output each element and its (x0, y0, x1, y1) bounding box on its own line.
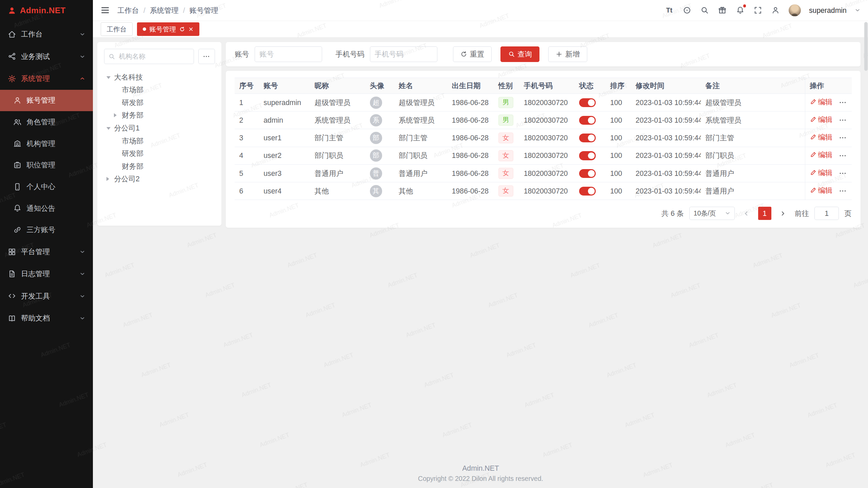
sidebar-item-role-management[interactable]: 角色管理 (0, 111, 93, 133)
sidebar-item-platform-management[interactable]: 平台管理 (0, 241, 93, 263)
target-icon[interactable] (682, 6, 692, 15)
breadcrumb-item[interactable]: 工作台 (117, 6, 139, 15)
add-button[interactable]: 新增 (548, 46, 587, 62)
sidebar-item-log-management[interactable]: 日志管理 (0, 263, 93, 285)
edit-icon (810, 151, 816, 158)
status-toggle[interactable] (579, 151, 596, 160)
cell-avatar: 部 (366, 147, 394, 164)
accounts-table: 序号账号昵称头像姓名出生日期性别手机号码状态排序修改时间备注操作 1supera… (235, 78, 851, 200)
sidebar-item-notice-announcement[interactable]: 通知公告 (0, 198, 93, 219)
chevron-down-icon[interactable] (855, 7, 860, 13)
column-header: 账号 (259, 78, 310, 94)
caret-right-icon[interactable] (106, 177, 109, 181)
tree-node[interactable]: 财务部 (104, 160, 215, 173)
edit-button[interactable]: 编辑 (810, 133, 832, 142)
breadcrumb-item[interactable]: 系统管理 (150, 6, 179, 15)
edit-button[interactable]: 编辑 (810, 168, 832, 178)
prev-page-button[interactable] (740, 207, 752, 220)
sidebar-item-personal-center[interactable]: 个人中心 (0, 176, 93, 198)
more-button[interactable] (839, 135, 847, 143)
page-number-button[interactable]: 1 (758, 207, 771, 220)
edit-button[interactable]: 编辑 (810, 97, 832, 107)
sidebar-item-organization-management[interactable]: 机构管理 (0, 133, 93, 155)
cell-account: admin (259, 111, 310, 129)
more-button[interactable] (839, 188, 847, 196)
cell-gender: 女 (494, 147, 519, 164)
reset-button[interactable]: 重置 (453, 46, 492, 62)
sidebar-item-position-management[interactable]: 职位管理 (0, 155, 93, 176)
avatar[interactable] (789, 4, 801, 17)
sidebar-item-system-management[interactable]: 系统管理 (0, 67, 93, 89)
status-toggle[interactable] (579, 134, 596, 142)
tab-account-management[interactable]: 账号管理 (137, 22, 200, 36)
goto-page-input[interactable] (814, 207, 839, 220)
sidebar-item-label: 机构管理 (26, 139, 55, 148)
org-search (104, 49, 194, 64)
edit-button[interactable]: 编辑 (810, 150, 832, 160)
cell-sort: 100 (606, 94, 631, 111)
tree-node[interactable]: 分公司2 (104, 172, 215, 185)
fullscreen-icon[interactable] (753, 6, 763, 15)
user-silhouette-icon[interactable] (771, 6, 780, 15)
sidebar-item-dev-tools[interactable]: 开发工具 (0, 285, 93, 307)
phone-input[interactable] (370, 46, 437, 62)
caret-right-icon[interactable] (114, 113, 117, 117)
org-search-input[interactable] (104, 49, 194, 64)
tree-node[interactable]: 研发部 (104, 147, 215, 160)
cell-birth-date: 1986-06-28 (447, 164, 494, 182)
sidebar-item-third-party-account[interactable]: 三方账号 (0, 219, 93, 241)
home-icon (8, 30, 16, 38)
account-input[interactable] (255, 46, 322, 62)
gift-icon[interactable] (718, 6, 727, 15)
avatar: 系 (370, 114, 382, 126)
more-options-button[interactable] (198, 49, 215, 64)
tab-workbench[interactable]: 工作台 (101, 22, 132, 36)
caret-down-icon[interactable] (106, 76, 111, 79)
sidebar-item-label: 开发工具 (21, 291, 50, 301)
cell-remark: 普通用户 (701, 164, 805, 182)
sidebar-item-label: 角色管理 (26, 117, 55, 127)
edit-button[interactable]: 编辑 (810, 115, 832, 124)
more-button[interactable] (839, 171, 847, 179)
scrollbar-thumb[interactable] (864, 22, 868, 71)
status-toggle[interactable] (579, 187, 596, 196)
tree-node[interactable]: 大名科技 (104, 71, 215, 84)
column-header: 备注 (701, 78, 805, 94)
cell-account: user4 (259, 182, 310, 200)
cell-status (575, 111, 606, 129)
cell-birth-date: 1986-06-28 (447, 111, 494, 129)
sidebar-item-business-test[interactable]: 业务测试 (0, 45, 93, 67)
page-size-select[interactable]: 10条/页 (689, 207, 735, 220)
sidebar-item-account-management[interactable]: 账号管理 (0, 90, 93, 111)
status-toggle[interactable] (579, 169, 596, 178)
status-toggle[interactable] (579, 98, 596, 107)
tree-node[interactable]: 市场部 (104, 84, 215, 97)
cell-name: 普通用户 (394, 164, 448, 182)
font-size-icon[interactable]: Tt (665, 6, 674, 15)
close-icon[interactable] (188, 26, 194, 32)
status-toggle[interactable] (579, 116, 596, 125)
refresh-icon[interactable] (179, 26, 185, 32)
chevron-down-icon (79, 293, 85, 299)
more-button[interactable] (839, 153, 847, 161)
caret-down-icon[interactable] (106, 127, 111, 130)
cell-birth-date: 1986-06-28 (447, 147, 494, 164)
tree-node[interactable]: 分公司1 (104, 122, 215, 135)
bell-icon[interactable] (735, 6, 745, 15)
more-button[interactable] (839, 118, 847, 125)
tree-node[interactable]: 财务部 (104, 109, 215, 122)
username[interactable]: superadmin (809, 6, 847, 15)
sidebar-item-workbench[interactable]: 工作台 (0, 23, 93, 45)
tree-node[interactable]: 市场部 (104, 135, 215, 147)
more-button[interactable] (839, 100, 847, 108)
tree-node[interactable]: 研发部 (104, 96, 215, 109)
sidebar-item-label: 系统管理 (21, 74, 50, 83)
search-icon[interactable] (700, 6, 709, 15)
hamburger-icon[interactable] (101, 6, 110, 15)
edit-button[interactable]: 编辑 (810, 186, 832, 195)
sidebar-item-help-docs[interactable]: 帮助文档 (0, 307, 93, 329)
cell-index: 1 (235, 94, 259, 111)
next-page-button[interactable] (777, 207, 789, 220)
search-button[interactable]: 查询 (500, 46, 539, 62)
cell-name: 超级管理员 (394, 94, 448, 111)
